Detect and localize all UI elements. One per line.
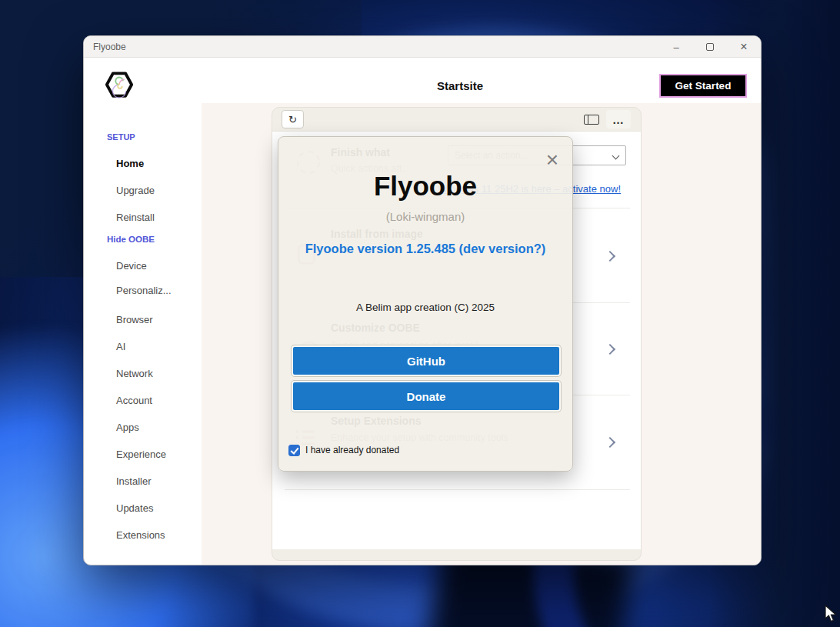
layout-toggle-icon[interactable] xyxy=(584,115,599,125)
close-button[interactable]: × xyxy=(727,36,761,58)
sidebar-item-extensions[interactable]: Extensions xyxy=(116,529,165,541)
dialog-subtitle: (Loki-wingman) xyxy=(278,210,572,223)
version-link[interactable]: Flyoobe version 1.25.485 (dev version?) xyxy=(278,242,572,256)
ellipsis-icon: … xyxy=(612,113,625,126)
minimize-button[interactable]: – xyxy=(659,36,693,58)
window-titlebar[interactable]: Flyoobe – × xyxy=(84,36,761,58)
dialog-title: Flyoobe xyxy=(278,171,572,202)
chevron-right-icon[interactable] xyxy=(605,251,615,262)
copyright-text: A Belim app creation (C) 2025 xyxy=(278,302,572,313)
sidebar-section-setup: SETUP xyxy=(107,132,135,142)
sidebar-item-upgrade[interactable]: Upgrade xyxy=(116,185,155,196)
sidebar-item-reinstall[interactable]: Reinstall xyxy=(116,212,155,223)
page-title: Startsite xyxy=(437,79,483,92)
sidebar-item-network[interactable]: Network xyxy=(116,368,153,379)
donate-button[interactable]: Donate xyxy=(292,381,561,412)
minimize-icon: – xyxy=(673,42,678,53)
chevron-down-icon xyxy=(612,152,620,160)
sidebar-item-installer[interactable]: Installer xyxy=(116,475,152,487)
sidebar-item-account[interactable]: Account xyxy=(116,395,152,406)
sidebar-item-browser[interactable]: Browser xyxy=(116,314,153,325)
close-icon: × xyxy=(740,40,747,54)
get-started-button[interactable]: Get Started xyxy=(659,74,747,98)
flyoobe-window: Flyoobe – × Startsite Get Started SETUP … xyxy=(83,35,762,565)
chevron-right-icon[interactable] xyxy=(605,437,615,448)
sidebar-item-experience[interactable]: Experience xyxy=(116,449,166,460)
sidebar-item-personalize[interactable]: Personaliz... xyxy=(116,285,172,296)
github-button[interactable]: GitHub xyxy=(292,345,561,376)
desktop-wallpaper: Flyoobe – × Startsite Get Started SETUP … xyxy=(0,0,840,627)
maximize-button[interactable] xyxy=(693,36,727,58)
chevron-right-icon[interactable] xyxy=(605,344,615,355)
sidebar-section-hide-oobe[interactable]: Hide OOBE xyxy=(107,235,155,244)
sidebar-item-device[interactable]: Device xyxy=(116,260,147,272)
flyoobe-logo-icon xyxy=(105,70,134,99)
about-dialog: × Flyoobe (Loki-wingman) Flyoobe version… xyxy=(278,136,573,472)
dialog-close-icon[interactable]: × xyxy=(546,149,558,171)
sidebar-item-ai[interactable]: AI xyxy=(116,341,125,352)
maximize-icon xyxy=(706,43,714,51)
sidebar-item-home[interactable]: Home xyxy=(116,158,144,169)
sidebar-item-updates[interactable]: Updates xyxy=(116,502,153,514)
refresh-button[interactable]: ↻ xyxy=(282,110,304,128)
more-options-button[interactable]: … xyxy=(606,110,631,128)
mouse-cursor xyxy=(825,605,838,623)
sidebar-item-apps[interactable]: Apps xyxy=(116,422,139,433)
window-title: Flyoobe xyxy=(93,36,126,58)
refresh-icon: ↻ xyxy=(288,114,297,125)
donated-checkbox[interactable] xyxy=(288,445,300,456)
row-separator xyxy=(285,489,630,490)
donated-checkbox-label: I have already donated xyxy=(305,445,399,455)
